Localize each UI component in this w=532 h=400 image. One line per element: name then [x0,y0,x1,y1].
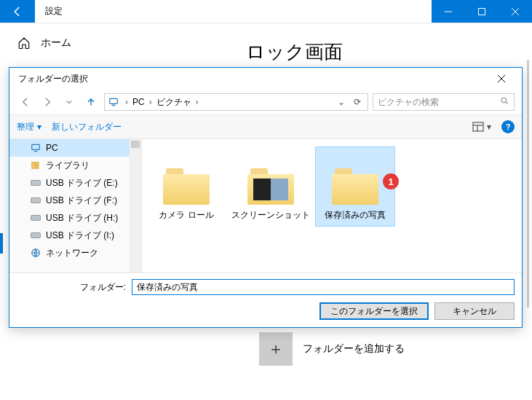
organize-label: 整理 [17,121,34,133]
search-input[interactable]: ピクチャの検索 [373,93,515,111]
svg-rect-21 [31,216,41,221]
search-placeholder: ピクチャの検索 [378,96,500,109]
folder-icon [247,168,294,205]
nav-tree: PC ライブラリ USB ドライブ (E:) USB ドライブ (F:) USB… [9,139,142,272]
folder-field[interactable] [132,279,515,295]
crumb-pc[interactable]: PC [132,97,145,107]
cancel-button[interactable]: キャンセル [434,302,515,320]
tree-item-usb-h[interactable]: USB ドライブ (H:) [9,209,141,227]
folder-screenshots[interactable]: スクリーンショット [231,146,311,227]
chevron-right-icon: › [193,97,202,107]
folder-icon [163,168,210,205]
dialog-title: フォルダーの選択 [15,73,487,85]
svg-rect-14 [32,144,40,149]
svg-rect-16 [32,162,33,168]
svg-rect-22 [31,233,41,238]
svg-rect-19 [31,181,41,186]
tree-label: USB ドライブ (F:) [46,195,117,207]
tree-item-network[interactable]: ネットワーク [9,244,141,262]
svg-rect-6 [110,98,118,103]
drive-icon [30,177,41,189]
tree-label: ライブラリ [46,160,90,172]
home-label: ホーム [41,36,71,50]
maximize-button[interactable] [465,0,499,23]
nav-forward-icon[interactable] [39,93,56,111]
chevron-down-icon: ▾ [487,122,491,132]
pc-icon [108,96,119,108]
tree-item-pc[interactable]: PC [9,139,141,157]
tree-item-usb-e[interactable]: USB ドライブ (E:) [9,174,141,192]
chevron-right-icon: › [122,97,131,107]
add-folder-label: フォルダーを追加する [303,342,405,356]
tree-item-usb-i[interactable]: USB ドライブ (I:) [9,227,141,244]
window-title: 設定 [35,0,432,23]
folder-camera-roll[interactable]: カメラ ロール [146,146,226,227]
tree-item-libraries[interactable]: ライブラリ [9,157,141,174]
svg-rect-17 [34,162,36,168]
folder-label: スクリーンショット [231,209,310,221]
chevron-down-icon: ▾ [37,122,41,132]
tree-label: USB ドライブ (I:) [46,230,114,242]
network-icon [30,247,41,259]
breadcrumb[interactable]: › PC › ピクチャ › ⌄ ⟳ [104,93,368,111]
svg-rect-20 [31,198,41,203]
drive-icon [30,195,41,206]
svg-rect-18 [37,162,39,168]
svg-rect-1 [479,8,485,15]
refresh-icon[interactable]: ⟳ [350,97,365,107]
back-button[interactable] [0,0,35,23]
tree-label: USB ドライブ (E:) [46,177,118,189]
chevron-down-icon[interactable]: ⌄ [334,97,349,107]
tree-label: ネットワーク [46,247,98,259]
tree-label: USB ドライブ (H:) [46,212,118,224]
tree-item-usb-f[interactable]: USB ドライブ (F:) [9,192,141,209]
folder-picker-dialog: フォルダーの選択 › PC › ピクチャ › ⌄ ⟳ ピクチャの検索 整理 ▾ [9,67,523,328]
folder-field-label: フォルダー: [17,281,126,294]
folder-saved-pictures[interactable]: 保存済みの写真 1 [315,146,395,227]
svg-rect-11 [473,122,483,131]
home-link[interactable]: ホーム [17,36,229,50]
organize-menu[interactable]: 整理 ▾ [17,121,41,133]
library-icon [30,160,41,171]
tree-label: PC [46,143,58,153]
close-button[interactable] [499,0,532,23]
add-folder-button[interactable]: ＋ [259,332,293,366]
search-icon [500,96,509,108]
scrollbar[interactable] [527,60,529,307]
page-title: ロック画面 [246,39,532,65]
nav-back-icon[interactable] [17,93,34,111]
pc-icon [30,142,41,154]
tree-scrollbar[interactable] [130,139,141,272]
minimize-button[interactable] [432,0,465,23]
drive-icon [30,212,41,224]
folder-label: 保存済みの写真 [325,209,386,221]
annotation-badge: 1 [383,173,399,189]
crumb-pictures[interactable]: ピクチャ [156,96,191,109]
drive-icon [30,230,41,241]
dialog-close-button[interactable] [487,74,516,83]
svg-line-10 [506,102,508,104]
chevron-right-icon: › [146,97,155,107]
recent-dropdown-icon[interactable] [60,93,78,111]
folder-label: カメラ ロール [159,209,213,221]
svg-point-9 [501,98,507,103]
nav-indicator [0,233,3,254]
help-button[interactable]: ? [501,120,515,133]
select-folder-button[interactable]: このフォルダーを選択 [319,302,429,320]
nav-up-icon[interactable] [82,93,100,111]
folder-icon [332,168,378,205]
view-menu[interactable]: ▾ [472,122,491,132]
new-folder-button[interactable]: 新しいフォルダー [52,121,122,133]
